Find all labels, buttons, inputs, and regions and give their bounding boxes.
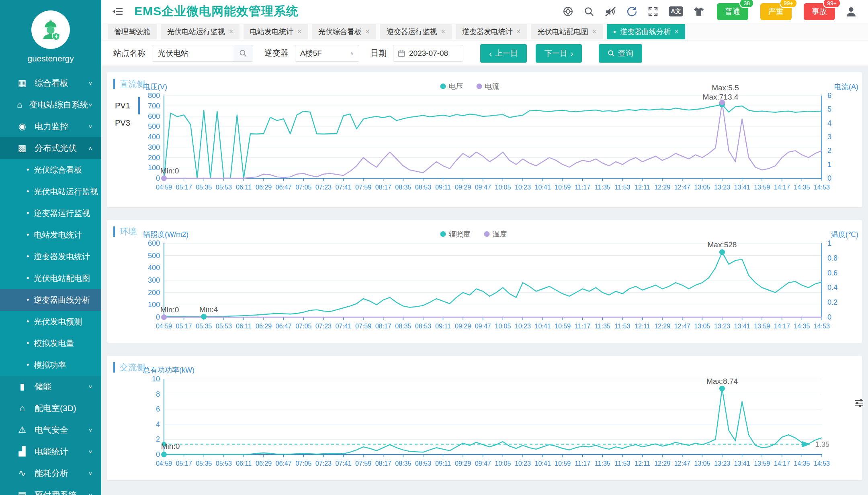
svg-text:400: 400 (148, 133, 160, 141)
sidebar-item-电气安全[interactable]: ⚠电气安全∨ (0, 419, 101, 441)
tab-逆变器运行监视[interactable]: 逆变器运行监视× (380, 24, 452, 39)
svg-text:0.8: 0.8 (827, 254, 837, 262)
sidebar-subitem-光伏电站配电图[interactable]: •光伏电站配电图 (0, 267, 101, 289)
svg-text:电流: 电流 (485, 82, 500, 90)
svg-text:06:47: 06:47 (276, 460, 292, 467)
svg-text:13:59: 13:59 (754, 460, 770, 467)
sidebar-subitem-光伏综合看板[interactable]: •光伏综合看板 (0, 159, 101, 181)
query-button[interactable]: 查询 (599, 44, 642, 63)
sidebar-item-电力监控[interactable]: ◉电力监控∨ (0, 116, 101, 137)
svg-text:14:17: 14:17 (774, 184, 790, 191)
sidebar-item-能耗分析[interactable]: ∿能耗分析∨ (0, 462, 101, 484)
svg-text:6: 6 (827, 92, 831, 100)
sidebar-subitem-模拟发电量[interactable]: •模拟发电量 (0, 332, 101, 354)
bullet-icon: • (27, 209, 29, 218)
bullet-icon: • (27, 166, 29, 174)
sidebar-subitem-逆变器运行监视[interactable]: •逆变器运行监视 (0, 202, 101, 224)
sidebar-item-电能统计[interactable]: ▟电能统计∨ (0, 441, 101, 462)
tab-光伏综合看板[interactable]: 光伏综合看板× (312, 24, 376, 39)
sidebar-item-分布式光伏[interactable]: ▩分布式光伏∧ (0, 137, 101, 159)
close-icon[interactable]: × (366, 28, 370, 36)
chevron-down-icon: ∨ (88, 384, 92, 389)
date-picker[interactable]: 2023-07-08 (393, 45, 463, 62)
tab-管理驾驶舱[interactable]: 管理驾驶舱 (108, 24, 157, 39)
tab-label: 光伏综合看板 (318, 27, 362, 37)
sidebar-subitem-光伏发电预测[interactable]: •光伏发电预测 (0, 311, 101, 332)
prev-day-button[interactable]: ‹ 上一日 (480, 44, 527, 63)
dc-chart-canvas[interactable]: 80070060050040030020010006543210电流(A)电压(… (141, 81, 860, 195)
alarm-button-普通[interactable]: 普通38 (717, 3, 748, 20)
svg-text:08:35: 08:35 (395, 184, 411, 191)
sidebar-subitem-模拟功率[interactable]: •模拟功率 (0, 354, 101, 376)
svg-text:08:35: 08:35 (395, 323, 411, 330)
close-icon[interactable]: × (229, 28, 233, 36)
collapse-sidebar-icon[interactable] (113, 7, 124, 16)
dashboard-icon: ▦ (16, 78, 28, 88)
menu-item-label: 综合看板 (35, 77, 88, 89)
close-icon[interactable]: × (297, 28, 301, 36)
menu-item-label: 预付费系统 (35, 489, 88, 495)
env-chart-canvas[interactable]: 600500400300200100010.80.60.40.20温度(℃)辐照… (141, 229, 860, 334)
main-column: EMS企业微电网能效管理系统 (101, 0, 868, 495)
sidebar-item-预付费系统[interactable]: ▤预付费系统∨ (0, 484, 101, 495)
submenu-item-label: 逆变器发电统计 (34, 251, 90, 262)
svg-text:09:29: 09:29 (455, 184, 471, 191)
chart-settings-icon[interactable] (854, 398, 864, 409)
sidebar-item-储能[interactable]: ▮储能∨ (0, 376, 101, 397)
bullet-icon: • (27, 361, 29, 369)
sidebar-subitem-逆变器发电统计[interactable]: •逆变器发电统计 (0, 246, 101, 267)
submenu-item-label: 光伏电站运行监视 (34, 186, 98, 197)
theme-icon[interactable] (694, 6, 704, 16)
tab-逆变器曲线分析[interactable]: ●逆变器曲线分析× (607, 24, 685, 39)
sidebar-item-变电站综自系统[interactable]: ⌂变电站综自系统∨ (0, 94, 101, 116)
sidebar-subitem-电站发电统计[interactable]: •电站发电统计 (0, 224, 101, 246)
close-icon[interactable]: × (517, 28, 521, 36)
svg-text:0.6: 0.6 (827, 269, 837, 277)
svg-text:13:41: 13:41 (734, 323, 750, 330)
pv-item-pv3[interactable]: PV3 (114, 114, 140, 132)
next-day-button[interactable]: 下一日 › (536, 44, 582, 63)
site-name-input[interactable] (152, 45, 233, 61)
ac-chart-canvas[interactable]: 1086420总有功功率(kW)04:5905:1705:3505:5306:1… (141, 365, 860, 471)
bullet-icon: • (27, 253, 29, 261)
sidebar-subitem-逆变器曲线分析[interactable]: •逆变器曲线分析 (0, 289, 101, 311)
search-icon[interactable] (584, 6, 594, 17)
bullet-icon: • (27, 187, 29, 196)
svg-text:05:53: 05:53 (216, 323, 232, 330)
menu-item-label: 变电站综自系统 (29, 99, 88, 110)
calendar-icon (397, 49, 405, 57)
refresh-icon[interactable] (626, 6, 637, 17)
svg-text:10:59: 10:59 (555, 323, 571, 330)
close-icon[interactable]: × (675, 28, 679, 36)
alarm-button-严重[interactable]: 严重99+ (760, 3, 792, 20)
bullet-icon: • (27, 318, 29, 326)
svg-text:13:59: 13:59 (754, 184, 770, 191)
help-icon[interactable] (563, 6, 573, 17)
tab-电站发电统计[interactable]: 电站发电统计× (244, 24, 308, 39)
svg-text:3: 3 (827, 133, 831, 141)
fullscreen-icon[interactable] (648, 6, 658, 17)
storage-icon: ▮ (16, 381, 28, 392)
close-icon[interactable]: × (441, 28, 445, 36)
site-search-icon[interactable] (233, 45, 253, 61)
tab-光伏电站配电图[interactable]: 光伏电站配电图× (531, 24, 603, 39)
inverter-select[interactable]: A楼5F ∨ (295, 45, 359, 62)
bullet-icon: • (27, 339, 29, 348)
tab-逆变器发电统计[interactable]: 逆变器发电统计× (456, 24, 527, 39)
pv-item-pv1[interactable]: PV1 (114, 97, 140, 114)
svg-text:14:35: 14:35 (794, 323, 810, 330)
sidebar-subitem-光伏电站运行监视[interactable]: •光伏电站运行监视 (0, 181, 101, 202)
alarm-button-事故[interactable]: 事故99+ (804, 3, 835, 20)
translate-icon[interactable]: A文 (669, 6, 683, 16)
environment-panel: 环境 600500400300200100010.80.60.40.20温度(℃… (107, 220, 862, 343)
solar-icon: ▩ (16, 143, 28, 153)
close-icon[interactable]: × (592, 28, 596, 36)
mute-icon[interactable] (605, 6, 616, 17)
submenu-item-label: 光伏发电预测 (34, 316, 82, 327)
sidebar-item-配电室(3D)[interactable]: ⌂配电室(3D) (0, 397, 101, 419)
tab-光伏电站运行监视[interactable]: 光伏电站运行监视× (161, 24, 240, 39)
svg-text:10:41: 10:41 (534, 460, 551, 467)
sidebar-item-综合看板[interactable]: ▦综合看板∨ (0, 72, 101, 94)
submenu-item-label: 电站发电统计 (34, 230, 82, 240)
user-icon[interactable] (845, 6, 857, 17)
